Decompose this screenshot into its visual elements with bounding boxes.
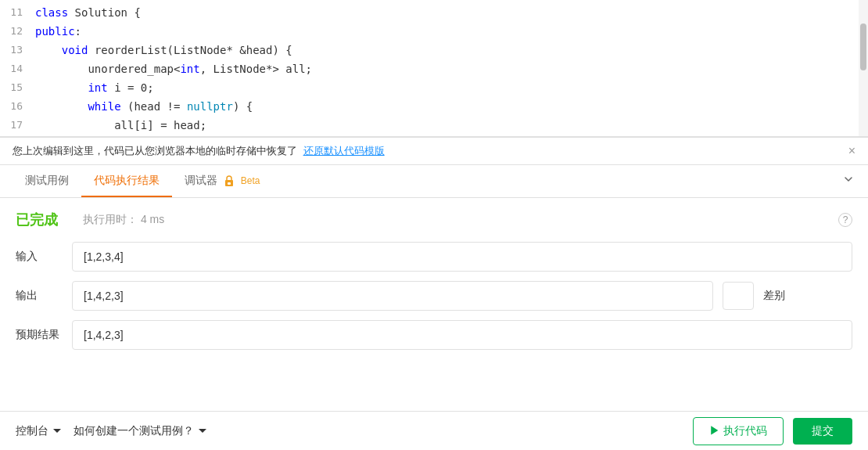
svg-rect-1 (228, 182, 231, 185)
tabs-expand-icon[interactable] (841, 172, 855, 190)
run-code-button[interactable]: ▶ 执行代码 (693, 417, 784, 445)
tab-test-cases[interactable]: 测试用例 (13, 166, 81, 197)
input-row: 输入 [1,2,3,4] (16, 242, 852, 272)
code-line: 12public: (0, 22, 868, 41)
output-row: 输出 [1,4,2,3] 差别 (16, 281, 852, 311)
chevron-down-icon-2 (199, 429, 206, 433)
input-value-box: [1,2,3,4] (72, 242, 852, 272)
line-content: public: (35, 22, 868, 41)
notification-message: 您上次编辑到这里，代码已从您浏览器本地的临时存储中恢复了 还原默认代码模版 (13, 144, 385, 158)
submit-button[interactable]: 提交 (793, 418, 852, 445)
close-icon[interactable]: × (848, 145, 855, 157)
tab-debugger[interactable]: 调试器 Beta (172, 166, 272, 197)
restore-link[interactable]: 还原默认代码模版 (303, 145, 385, 157)
line-content: while (head != nullptr) { (35, 97, 868, 116)
lock-icon (224, 175, 235, 187)
code-line: 14 unordered_map<int, ListNode*> all; (0, 59, 868, 78)
footer-left: 控制台 如何创建一个测试用例？ (16, 424, 206, 438)
line-content: unordered_map<int, ListNode*> all; (35, 59, 868, 78)
line-number: 14 (0, 59, 35, 78)
line-content: void reorderList(ListNode* &head) { (35, 41, 868, 59)
output-value-box: [1,4,2,3] (72, 281, 713, 311)
footer-right: ▶ 执行代码 提交 (693, 417, 852, 445)
tab-code-result[interactable]: 代码执行结果 (81, 166, 172, 197)
status-completed: 已完成 (16, 211, 58, 229)
input-label: 输入 (16, 250, 63, 264)
line-number: 17 (0, 116, 35, 135)
line-number: 15 (0, 78, 35, 97)
diff-label: 差别 (763, 289, 785, 303)
tabs-container: 测试用例 代码执行结果 调试器 Beta (0, 165, 868, 198)
expected-row: 预期结果 [1,4,2,3] (16, 320, 852, 350)
diff-button[interactable] (723, 282, 754, 310)
line-number: 11 (0, 3, 35, 22)
results-area: 已完成 执行用时： 4 ms ? 输入 [1,2,3,4] 输出 [1,4,2,… (0, 198, 868, 372)
line-content: all[i] = head; (35, 116, 868, 135)
line-content: int i = 0; (35, 78, 868, 97)
line-number: 12 (0, 22, 35, 41)
output-label: 输出 (16, 289, 63, 303)
expected-label: 预期结果 (16, 328, 63, 342)
editor-scrollbar[interactable] (859, 0, 868, 136)
code-line: 11class Solution { (0, 3, 868, 22)
line-number: 13 (0, 41, 35, 59)
code-line: 13 void reorderList(ListNode* &head) { (0, 41, 868, 59)
beta-badge: Beta (241, 175, 260, 186)
footer-bar: 控制台 如何创建一个测试用例？ ▶ 执行代码 提交 (0, 411, 868, 450)
code-line: 15 int i = 0; (0, 78, 868, 97)
chevron-down-icon (53, 429, 61, 433)
code-editor: 11class Solution {12public:13 void reord… (0, 0, 868, 137)
expected-value-box: [1,4,2,3] (72, 320, 852, 350)
execution-time: 执行用时： 4 ms (83, 213, 164, 227)
code-line: 17 all[i] = head; (0, 116, 868, 135)
how-to-button[interactable]: 如何创建一个测试用例？ (74, 424, 206, 438)
info-icon[interactable]: ? (838, 213, 852, 227)
console-button[interactable]: 控制台 (16, 424, 61, 438)
line-number: 16 (0, 97, 35, 116)
code-line: 16 while (head != nullptr) { (0, 97, 868, 116)
notification-bar: 您上次编辑到这里，代码已从您浏览器本地的临时存储中恢复了 还原默认代码模版 × (0, 137, 868, 165)
result-status-row: 已完成 执行用时： 4 ms ? (16, 211, 852, 229)
line-content: class Solution { (35, 3, 868, 22)
scrollbar-thumb (860, 23, 866, 70)
